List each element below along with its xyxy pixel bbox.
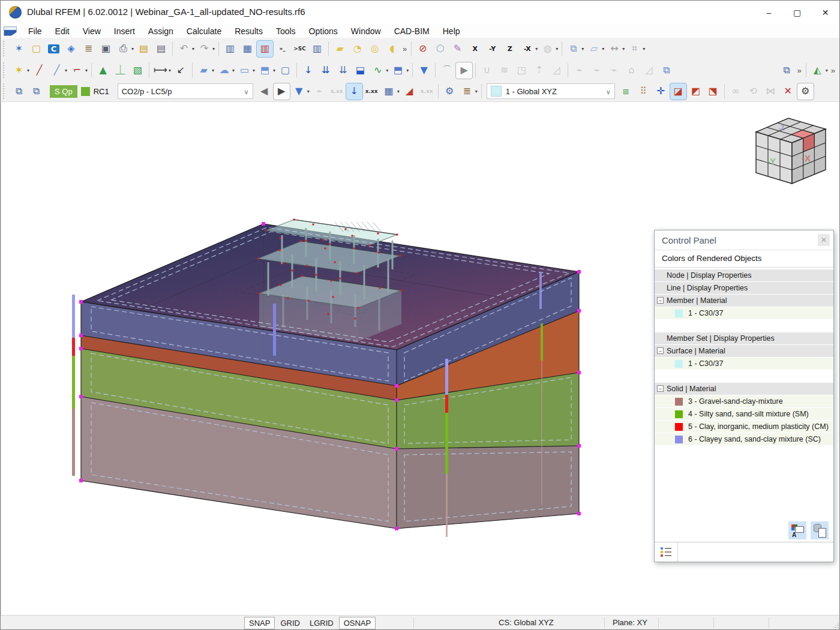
cascade-windows-icon[interactable]: ⧉	[11, 83, 27, 100]
collapse-icon[interactable]: −	[657, 297, 664, 304]
new-dimension-xx-icon[interactable]: ↙	[173, 62, 189, 79]
new-member-load-icon[interactable]: ⇊	[317, 62, 334, 79]
select-lasso-icon[interactable]: ◖	[384, 41, 400, 57]
results-surfaces-icon[interactable]: ≋	[496, 62, 512, 79]
deformation-values-icon[interactable]: x.xx	[419, 83, 435, 100]
menu-item-file[interactable]: File	[22, 26, 49, 36]
select-ring-icon[interactable]: ◎	[367, 41, 383, 57]
dropdown-arrow[interactable]: ▾	[406, 68, 409, 73]
new-surface-load-icon[interactable]: ⬓	[352, 62, 368, 79]
new-result-window-icon[interactable]: ⧉	[658, 62, 674, 79]
new-nurbs-surface-icon[interactable]: ☁	[216, 62, 232, 79]
model-library-icon[interactable]: ◈	[63, 41, 79, 57]
script-icon[interactable]: >SC	[292, 41, 308, 57]
menu-item-tools[interactable]: Tools	[269, 26, 302, 36]
dropdown-arrow[interactable]: ▾	[192, 46, 194, 52]
result-beam-diagram-4-icon[interactable]: ⌂	[623, 62, 640, 79]
result-table-icon[interactable]: ▦	[381, 83, 397, 100]
table-manager-icon[interactable]: ▥	[309, 41, 325, 57]
undo-icon[interactable]: ↶	[176, 41, 192, 57]
new-model-icon[interactable]: ✶	[11, 41, 27, 57]
workplane-yz-icon[interactable]: ◩	[688, 83, 704, 100]
panel-category-row[interactable]: Member Set | Display Properties	[655, 332, 833, 344]
dropdown-arrow[interactable]: ▾	[643, 46, 645, 52]
visual-objects-icon[interactable]: ⧉	[565, 41, 581, 57]
coordinate-system-icon[interactable]: ⧈	[618, 83, 634, 100]
new-surface-support-icon[interactable]: ▧	[130, 62, 146, 79]
new-line-support-icon[interactable]: ⏊	[112, 62, 128, 79]
workplane-xz-icon[interactable]: ⬔	[705, 83, 721, 100]
navigation-cube[interactable]: -Y-X-Z	[756, 118, 826, 184]
menu-item-calculate[interactable]: Calculate	[180, 26, 228, 36]
design-situation-badge[interactable]: RC1	[81, 87, 109, 96]
panel-material-row[interactable]: 6 - Clayey sand, sand-clay mixture (SC)	[655, 433, 833, 445]
new-member-icon[interactable]: ╱	[49, 62, 65, 79]
new-block-icon[interactable]: ▢	[277, 62, 293, 79]
status-toggle-snap[interactable]: SNAP	[244, 617, 275, 629]
new-node-icon[interactable]: ✶	[11, 62, 27, 79]
menu-item-help[interactable]: Help	[436, 26, 467, 36]
dropdown-arrow[interactable]: ▾	[27, 68, 29, 73]
toolbar-grip[interactable]	[3, 62, 7, 78]
show-load-distribution-icon[interactable]: ⌁	[311, 83, 328, 100]
mirror-icon[interactable]: ⋈	[763, 83, 779, 100]
panel-material-row[interactable]: 5 - Clay, inorganic, medium plasticity (…	[655, 421, 833, 433]
dropdown-arrow[interactable]: ▾	[581, 46, 584, 52]
result-beam-diagram-1-icon[interactable]: ⌁	[571, 62, 587, 79]
animation-icon[interactable]: ▶	[456, 62, 472, 79]
view-z-icon[interactable]: Z	[502, 41, 518, 57]
dropdown-arrow[interactable]: ▾	[397, 89, 400, 94]
console-icon[interactable]: »_	[274, 41, 290, 57]
work-plane-icon[interactable]: ▱	[586, 41, 602, 57]
result-beam-diagram-5-icon[interactable]: ◿	[641, 62, 657, 79]
results-solids-icon[interactable]: ◳	[514, 62, 530, 79]
open-file-icon[interactable]: ▢	[28, 41, 44, 57]
load-case-filter-icon[interactable]: ▼	[291, 83, 307, 100]
dropdown-arrow[interactable]: ▾	[475, 89, 478, 94]
status-toggle-grid[interactable]: GRID	[276, 617, 304, 629]
panel-material-row[interactable]: 1 - C30/37	[655, 307, 833, 319]
panel-category-row[interactable]: −Member | Material	[655, 295, 833, 307]
maximize-button[interactable]: ▢	[783, 1, 811, 25]
new-printout-icon[interactable]: ▤	[136, 41, 152, 57]
close-icon[interactable]: ✕	[818, 234, 830, 246]
view-x-icon[interactable]: X	[467, 41, 483, 57]
new-solid-load-icon[interactable]: ⬒	[390, 62, 406, 79]
printout-report-icon[interactable]: ≣	[80, 41, 97, 57]
new-opening-icon[interactable]: ▭	[236, 62, 253, 79]
print-icon[interactable]: ⎙	[115, 41, 131, 57]
dropdown-arrow[interactable]: ▾	[273, 68, 275, 73]
rotate-view-icon[interactable]: ⟲	[745, 83, 761, 100]
new-line-load-icon[interactable]: ⇊	[335, 62, 351, 79]
new-line-icon[interactable]: ╱	[31, 62, 47, 79]
toolbar-overflow[interactable]: »	[796, 66, 803, 75]
results-slope-icon[interactable]: ◿	[548, 62, 565, 79]
collapse-icon[interactable]: −	[657, 347, 664, 354]
block-manager-icon[interactable]: C	[46, 41, 62, 57]
coordinate-system-select[interactable]: 1 - Global XYZ	[487, 83, 615, 99]
delete-icon[interactable]: ✕	[780, 83, 796, 100]
dropdown-arrow[interactable]: ▾	[622, 46, 625, 52]
show-result-values-icon[interactable]: x.xx	[364, 83, 380, 100]
imposed-deformation-icon[interactable]: ∿	[370, 62, 386, 79]
visibility-icon[interactable]: ◍	[539, 41, 556, 57]
dropdown-arrow[interactable]: ▾	[307, 89, 310, 94]
panel-category-row[interactable]: −Solid | Material	[655, 383, 833, 395]
show-loads-icon[interactable]: ↓	[346, 83, 362, 100]
new-solid-icon[interactable]: ⬒	[257, 62, 273, 79]
dropdown-arrow[interactable]: ▾	[212, 68, 214, 73]
result-beam-diagram-3-icon[interactable]: ⌁	[606, 62, 622, 79]
combination-wizard-badge[interactable]: S Qp	[50, 85, 77, 98]
menu-item-insert[interactable]: Insert	[107, 26, 142, 36]
previous-load-case-icon[interactable]: ◀	[256, 83, 272, 100]
tables-icon[interactable]: ▥	[222, 41, 238, 57]
panel-category-row[interactable]: −Surface | Material	[655, 345, 833, 357]
dropdown-arrow[interactable]: ▾	[826, 68, 828, 73]
isometric-view-icon[interactable]: ⬡	[432, 41, 448, 57]
new-nodal-load-icon[interactable]: ↓	[300, 62, 316, 79]
menu-item-edit[interactable]: Edit	[49, 26, 76, 36]
table-active-icon[interactable]: ▥	[257, 41, 273, 57]
menu-item-cad-bim[interactable]: CAD-BIM	[388, 26, 436, 36]
partial-view-icon[interactable]: ⌒	[439, 62, 455, 79]
toolbar-overflow[interactable]: »	[829, 66, 837, 75]
